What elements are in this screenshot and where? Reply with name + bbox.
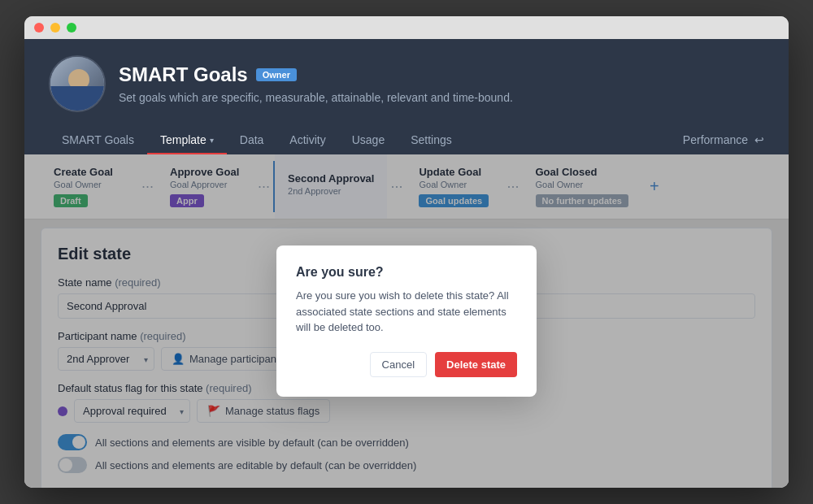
- modal-dialog: Are you sure? Are you sure you wish to d…: [276, 245, 537, 397]
- minimize-dot[interactable]: [50, 23, 60, 33]
- tab-template[interactable]: Template ▾: [147, 125, 227, 154]
- page-title: SMART Goals: [119, 63, 248, 86]
- tab-activity[interactable]: Activity: [276, 125, 338, 154]
- header: SMART Goals Owner Set goals which are sp…: [24, 39, 789, 154]
- nav-tabs: SMART Goals Template ▾ Data Activity Usa…: [49, 125, 764, 154]
- tab-smart-goals[interactable]: SMART Goals: [49, 125, 147, 154]
- titlebar: [24, 16, 789, 39]
- tab-usage[interactable]: Usage: [339, 125, 398, 154]
- header-info: SMART Goals Owner Set goals which are sp…: [119, 63, 764, 104]
- page-subtitle: Set goals which are specific, measurable…: [119, 91, 764, 104]
- modal-cancel-button[interactable]: Cancel: [370, 352, 427, 377]
- chevron-down-icon: ▾: [210, 136, 214, 145]
- modal-overlay[interactable]: Are you sure? Are you sure you wish to d…: [24, 154, 789, 488]
- modal-title: Are you sure?: [296, 265, 517, 280]
- owner-badge: Owner: [256, 68, 297, 81]
- performance-label: Performance: [683, 133, 748, 146]
- main-window: SMART Goals Owner Set goals which are sp…: [24, 16, 789, 488]
- modal-delete-button[interactable]: Delete state: [435, 352, 517, 377]
- avatar: [49, 55, 106, 112]
- content-area: Create Goal Goal Owner Draft ··· Approve…: [24, 154, 789, 488]
- nav-tabs-left: SMART Goals Template ▾ Data Activity Usa…: [49, 125, 465, 154]
- fullscreen-dot[interactable]: [67, 23, 76, 33]
- header-title-row: SMART Goals Owner: [119, 63, 764, 86]
- back-icon: ↩: [754, 133, 764, 146]
- close-dot[interactable]: [34, 23, 44, 33]
- modal-body: Are you sure you wish to delete this sta…: [296, 288, 517, 336]
- performance-button[interactable]: Performance ↩: [683, 125, 764, 154]
- modal-buttons: Cancel Delete state: [296, 352, 517, 377]
- tab-data[interactable]: Data: [227, 125, 277, 154]
- tab-settings[interactable]: Settings: [398, 125, 465, 154]
